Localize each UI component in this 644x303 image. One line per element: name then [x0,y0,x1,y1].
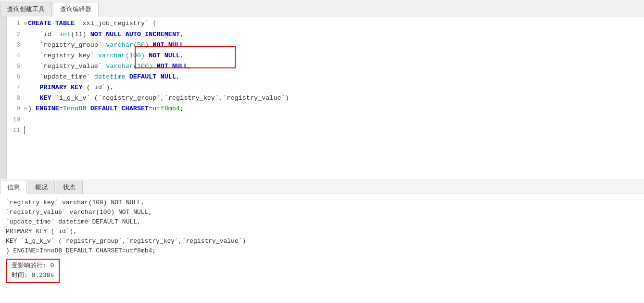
line-content-1: ⊟CREATE TABLE `xxl_job_registry` ( [24,18,644,29]
bottom-tab-info[interactable]: 信息 [0,181,27,194]
kw-datetime: datetime [94,73,126,80]
line-num-10: 10 [7,115,24,125]
info-line-3: `update_time` datetime DEFAULT NULL, [6,217,638,227]
kw-notnull-2: NOT NULL [90,31,122,38]
line-num-7: 7 [7,82,24,93]
bottom-tab-info-label: 信息 [7,184,20,191]
main-container: 查询创建工具 查询编辑器 1 ⊟CREATE TABLE `xxl_job_re… [0,0,644,303]
editor-left-bar [0,16,7,179]
kw-null: NULL [161,73,176,80]
code-line-10: 10 [7,115,644,125]
editor-main[interactable]: 1 ⊟CREATE TABLE `xxl_job_registry` ( 2 `… [7,16,644,179]
kw-varchar-4: varchar(100) [98,52,145,59]
line-num-1: 1 [7,18,24,29]
tab-query-editor[interactable]: 查询编辑器 [53,2,99,16]
info-line-6: ) ENGINE=InnoDB DEFAULT CHARSET=utf8mb4; [6,246,638,256]
kw-create: CREATE [28,20,51,27]
kw-int: int [59,31,71,38]
kw-varchar-5: varchar(100) [106,63,152,70]
line-num-11: 11 [7,125,24,136]
line-content-4: `registry_key` varchar(100) NOT NULL, [24,51,644,61]
code-line-6: 6 `update_time` datetime DEFAULT NULL, [7,72,644,82]
kw-table: TABLE [55,20,75,27]
tab-query-builder-label: 查询创建工具 [7,6,45,13]
affected-rows-box: 受影响的行: 0 时间: 0.230s [6,259,60,283]
affected-rows-label: 受影响的行: 0 [12,261,54,271]
time-label: 时间: 0.230s [12,271,54,280]
line-content-7: PRIMARY KEY (`id`), [24,82,644,93]
line-num-4: 4 [7,51,24,61]
code-line-4: 4 `registry_key` varchar(100) NOT NULL, [7,51,644,61]
info-line-2: `registry_value` varchar(100) NOT NULL, [6,208,638,217]
code-line-3: 3 `registry_group` varchar(50) NOT NULL, [7,40,644,51]
editor-wrapper: 1 ⊟CREATE TABLE `xxl_job_registry` ( 2 `… [0,16,644,179]
code-line-11: 11 [7,125,644,136]
tabs-row: 查询创建工具 查询编辑器 [0,0,644,16]
code-line-2: 2 `id` int(11) NOT NULL AUTO_INCREMENT, [7,29,644,40]
kw-auto: AUTO_INCREMENT [126,31,180,38]
bottom-content: `registry_key` varchar(100) NOT NULL, `r… [0,194,644,303]
bottom-tab-overview[interactable]: 概况 [28,181,55,194]
bottom-panel: 信息 概况 状态 `registry_key` varchar(100) NOT… [0,179,644,303]
line-num-6: 6 [7,72,24,82]
line-num-2: 2 [7,29,24,40]
line-content-11 [24,125,644,136]
code-line-7: 7 PRIMARY KEY (`id`), [7,82,644,93]
code-line-5: 5 `registry_value` varchar(100) NOT NULL… [7,61,644,72]
expand-icon-1: ⊟ [24,21,27,26]
line-content-10 [24,115,644,125]
kw-engine: ENGINE [36,105,59,112]
kw-key: KEY [71,84,82,91]
line-num-9: 9 [7,104,24,114]
line-num-5: 5 [7,61,24,72]
line-content-6: `update_time` datetime DEFAULT NULL, [24,72,644,82]
kw-charset: CHARSET [122,105,149,112]
info-line-1: `registry_key` varchar(100) NOT NULL, [6,198,638,208]
bottom-tab-status[interactable]: 状态 [56,181,83,194]
kw-key-8: KEY [39,94,51,102]
kw-notnull-3: NOT NULL [152,41,184,49]
line-content-3: `registry_group` varchar(50) NOT NULL, [24,40,644,51]
line-num-3: 3 [7,40,24,51]
code-line-8: 8 KEY `i_g_k_v` (`registry_group`,`regis… [7,93,644,104]
kw-default-9: DEFAULT [90,105,118,112]
line-content-2: `id` int(11) NOT NULL AUTO_INCREMENT, [24,29,644,40]
tab-query-editor-label: 查询编辑器 [60,6,91,13]
kw-default: DEFAULT [129,73,157,80]
line-content-8: KEY `i_g_k_v` (`registry_group`,`registr… [24,93,644,104]
info-line-5: KEY `i_g_k_v` (`registry_group`,`registr… [6,237,638,246]
kw-varchar-3: varchar(50) [106,41,149,49]
text-cursor [24,126,25,134]
val-charset: utf8mb4 [152,105,180,112]
kw-notnull-5: NOT NULL [156,63,188,70]
tab-query-builder[interactable]: 查询创建工具 [0,2,52,16]
code-line-9: 9 ⊟) ENGINE=InnoDB DEFAULT CHARSET=utf8m… [7,104,644,115]
line-content-5: `registry_value` varchar(100) NOT NULL, [24,61,644,72]
code-line-1: 1 ⊟CREATE TABLE `xxl_job_registry` ( [7,18,644,29]
line-content-9: ⊟) ENGINE=InnoDB DEFAULT CHARSET=utf8mb4… [24,104,644,115]
kw-innodb: InnoDB [63,105,87,112]
kw-primary: PRIMARY [39,84,67,91]
kw-notnull-4: NOT NULL [149,52,180,59]
info-line-4: PRIMARY KEY (`id`), [6,227,638,237]
bottom-tabs: 信息 概况 状态 [0,179,644,194]
bottom-tab-status-label: 状态 [63,184,76,191]
bottom-tab-overview-label: 概况 [35,184,48,191]
line-num-8: 8 [7,93,24,104]
expand-icon-9: ⊟ [24,106,27,112]
